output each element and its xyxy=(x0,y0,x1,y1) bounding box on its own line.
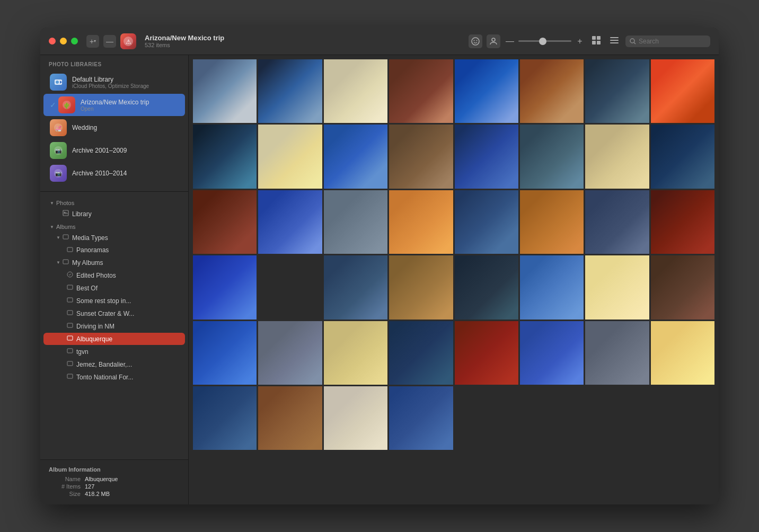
nav-tonto-label: Tonto National For... xyxy=(76,374,133,381)
nav-my-albums-label: My Albums xyxy=(72,259,103,267)
photo-thumbnail[interactable] xyxy=(585,190,649,254)
rest-stop-icon xyxy=(67,297,73,305)
photo-thumbnail[interactable] xyxy=(651,59,714,123)
size-value: 418.2 MB xyxy=(85,491,110,497)
photo-thumbnail[interactable] xyxy=(520,255,584,319)
photo-thumbnail[interactable] xyxy=(258,321,322,385)
photo-thumbnail[interactable] xyxy=(193,255,257,319)
nav-driving-nm[interactable]: Driving in NM xyxy=(43,320,185,332)
photo-thumbnail[interactable] xyxy=(324,255,387,319)
photo-thumbnail[interactable] xyxy=(455,255,518,319)
photo-thumbnail[interactable] xyxy=(520,190,584,254)
chevron-down-icon: ▾ xyxy=(94,39,96,43)
photo-thumbnail[interactable] xyxy=(324,321,387,385)
photo-thumbnail[interactable] xyxy=(258,386,322,450)
maximize-button[interactable] xyxy=(71,38,78,45)
photo-thumbnail[interactable] xyxy=(258,190,322,254)
library-default-info: Default Library iCloud Photos, Optimize … xyxy=(72,76,179,89)
nav-some-rest-stop[interactable]: Some rest stop in... xyxy=(43,295,185,307)
photos-triangle: ▼ xyxy=(50,201,54,206)
photo-thumbnail[interactable] xyxy=(520,321,584,385)
photo-thumbnail[interactable] xyxy=(389,125,453,188)
photo-thumbnail[interactable] xyxy=(193,386,257,450)
library-item-archive2[interactable]: 📷 Archive 2010–2014 xyxy=(43,162,185,184)
nav-edited-photos[interactable]: Edited Photos xyxy=(43,269,185,281)
photo-thumbnail[interactable] xyxy=(585,125,649,188)
svg-point-31 xyxy=(67,272,73,277)
minus-button[interactable]: — xyxy=(103,35,116,48)
zoom-slider[interactable] xyxy=(518,40,571,42)
photo-thumbnail[interactable] xyxy=(585,59,649,123)
name-label: Name xyxy=(49,476,81,482)
list-view-button[interactable] xyxy=(607,33,621,49)
library-arizona-name: Arizona/New Mexico trip xyxy=(81,99,179,106)
libraries-section: Photo Libraries Default Library iCloud P… xyxy=(40,55,188,189)
sidebar-nav: ▼ Photos Library ▼ Albums ▼ xyxy=(40,194,188,459)
zoom-in-button[interactable]: + xyxy=(575,37,585,46)
plus-icon: + xyxy=(90,37,94,46)
library-item-archive1[interactable]: 📷 Archive 2001–2009 xyxy=(43,139,185,162)
library-item-wedding[interactable]: 💒 Wedding xyxy=(43,117,185,139)
nav-library[interactable]: Library xyxy=(43,208,185,220)
nav-albuquerque[interactable]: Albuquerque xyxy=(43,333,185,345)
traffic-lights xyxy=(49,38,78,45)
photo-thumbnail[interactable] xyxy=(389,190,453,254)
nav-panoramas[interactable]: Panoramas xyxy=(43,244,185,256)
photo-thumbnail[interactable] xyxy=(193,321,257,385)
search-input[interactable] xyxy=(639,38,702,45)
photo-thumbnail[interactable] xyxy=(455,190,518,254)
photo-thumbnail[interactable] xyxy=(193,59,257,123)
photo-thumbnail[interactable] xyxy=(520,59,584,123)
search-icon xyxy=(630,38,636,45)
close-button[interactable] xyxy=(49,38,56,45)
library-item-arizona[interactable]: ✓ 🌵 Arizona/New Mexico trip Open xyxy=(43,94,185,116)
grid-view-button[interactable] xyxy=(589,33,603,49)
photo-thumbnail[interactable] xyxy=(389,386,453,450)
photo-thumbnail[interactable] xyxy=(258,255,322,319)
photo-thumbnail[interactable] xyxy=(193,190,257,254)
photo-thumbnail[interactable] xyxy=(324,190,387,254)
photo-thumbnail[interactable] xyxy=(258,59,322,123)
nav-jemez[interactable]: Jemez, Bandalier,... xyxy=(43,358,185,370)
photo-thumbnail[interactable] xyxy=(193,125,257,188)
minimize-button[interactable] xyxy=(60,38,67,45)
photo-thumbnail[interactable] xyxy=(389,59,453,123)
add-button[interactable]: + ▾ xyxy=(86,35,99,48)
svg-point-4 xyxy=(476,40,478,41)
check-icon: ✓ xyxy=(50,101,56,109)
nav-tonto[interactable]: Tonto National For... xyxy=(43,371,185,383)
items-value: 127 xyxy=(85,483,94,490)
photo-thumbnail[interactable] xyxy=(324,125,387,188)
nav-best-of[interactable]: Best Of xyxy=(43,282,185,294)
zoom-out-button[interactable]: — xyxy=(505,37,515,46)
person-button[interactable] xyxy=(487,34,500,48)
photo-thumbnail[interactable] xyxy=(520,125,584,188)
nav-sunset-crater[interactable]: Sunset Crater & W... xyxy=(43,307,185,320)
photo-thumbnail[interactable] xyxy=(585,255,649,319)
photo-thumbnail[interactable] xyxy=(389,321,453,385)
photo-thumbnail[interactable] xyxy=(258,125,322,188)
content-area xyxy=(189,55,719,504)
library-item-default[interactable]: Default Library iCloud Photos, Optimize … xyxy=(43,71,185,93)
photo-thumbnail[interactable] xyxy=(651,125,714,188)
photo-thumbnail[interactable] xyxy=(585,321,649,385)
photo-thumbnail[interactable] xyxy=(651,321,714,385)
svg-rect-35 xyxy=(67,323,73,327)
nav-tgvn[interactable]: tgvn xyxy=(43,345,185,358)
photo-thumbnail[interactable] xyxy=(455,321,518,385)
nav-media-types-label: Media Types xyxy=(72,234,108,242)
nav-photos-header[interactable]: ▼ Photos xyxy=(43,197,185,207)
photo-thumbnail[interactable] xyxy=(455,125,518,188)
photo-thumbnail[interactable] xyxy=(324,386,387,450)
library-archive2-info: Archive 2010–2014 xyxy=(72,170,179,177)
library-wedding-info: Wedding xyxy=(72,124,179,131)
photo-thumbnail[interactable] xyxy=(324,59,387,123)
face-recognition-button[interactable] xyxy=(469,34,482,48)
photo-thumbnail[interactable] xyxy=(651,255,714,319)
nav-albums-header[interactable]: ▼ Albums xyxy=(43,220,185,231)
photo-thumbnail[interactable] xyxy=(651,190,714,254)
photo-thumbnail[interactable] xyxy=(389,255,453,319)
nav-my-albums[interactable]: ▼ My Albums xyxy=(43,256,185,269)
photo-thumbnail[interactable] xyxy=(455,59,518,123)
nav-media-types[interactable]: ▼ Media Types xyxy=(43,232,185,244)
